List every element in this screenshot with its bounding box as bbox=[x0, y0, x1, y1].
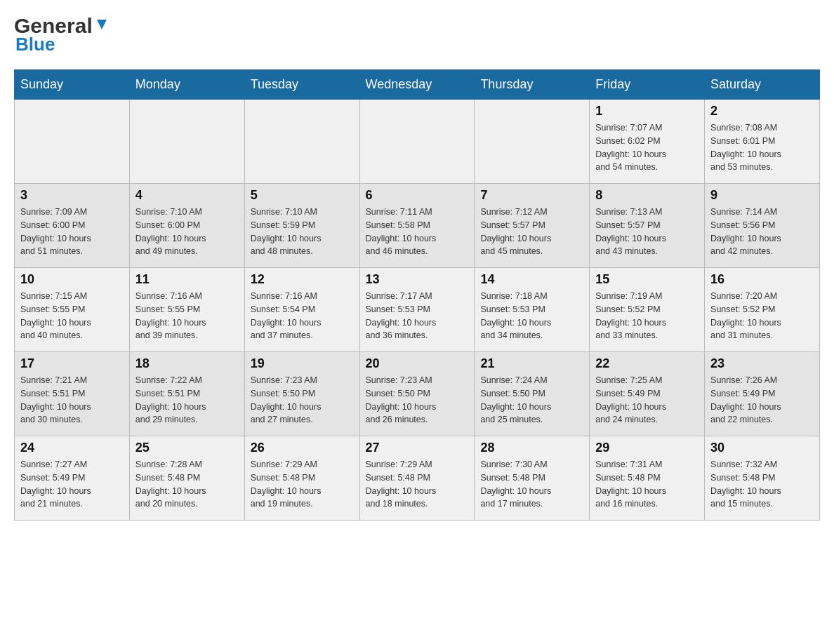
calendar-cell bbox=[15, 100, 130, 184]
logo-arrow-icon bbox=[94, 17, 110, 32]
header-day-wednesday: Wednesday bbox=[359, 70, 475, 100]
day-number: 3 bbox=[20, 188, 124, 203]
page-header: General Blue bbox=[14, 14, 820, 55]
calendar-cell: 13Sunrise: 7:17 AM Sunset: 5:53 PM Dayli… bbox=[359, 268, 475, 352]
day-info: Sunrise: 7:27 AM Sunset: 5:49 PM Dayligh… bbox=[20, 458, 124, 511]
day-info: Sunrise: 7:10 AM Sunset: 6:00 PM Dayligh… bbox=[135, 206, 239, 258]
day-info: Sunrise: 7:14 AM Sunset: 5:56 PM Dayligh… bbox=[710, 206, 814, 258]
calendar-cell: 25Sunrise: 7:28 AM Sunset: 5:48 PM Dayli… bbox=[129, 436, 244, 521]
day-info: Sunrise: 7:32 AM Sunset: 5:48 PM Dayligh… bbox=[710, 458, 814, 511]
calendar-cell: 6Sunrise: 7:11 AM Sunset: 5:58 PM Daylig… bbox=[359, 184, 475, 268]
day-info: Sunrise: 7:22 AM Sunset: 5:51 PM Dayligh… bbox=[135, 374, 239, 427]
calendar-cell: 16Sunrise: 7:20 AM Sunset: 5:52 PM Dayli… bbox=[705, 268, 820, 352]
day-info: Sunrise: 7:26 AM Sunset: 5:49 PM Dayligh… bbox=[710, 374, 814, 427]
calendar-cell: 23Sunrise: 7:26 AM Sunset: 5:49 PM Dayli… bbox=[705, 352, 820, 436]
day-number: 21 bbox=[480, 356, 583, 371]
calendar-week-row: 1Sunrise: 7:07 AM Sunset: 6:02 PM Daylig… bbox=[15, 100, 820, 184]
day-info: Sunrise: 7:29 AM Sunset: 5:48 PM Dayligh… bbox=[251, 458, 354, 511]
svg-marker-0 bbox=[97, 20, 107, 29]
calendar-cell bbox=[359, 100, 475, 184]
day-number: 27 bbox=[366, 441, 469, 455]
calendar-cell: 9Sunrise: 7:14 AM Sunset: 5:56 PM Daylig… bbox=[705, 184, 820, 268]
calendar-header-row: SundayMondayTuesdayWednesdayThursdayFrid… bbox=[15, 70, 820, 100]
day-info: Sunrise: 7:19 AM Sunset: 5:52 PM Dayligh… bbox=[595, 290, 699, 342]
calendar-cell: 30Sunrise: 7:32 AM Sunset: 5:48 PM Dayli… bbox=[705, 436, 820, 521]
day-number: 25 bbox=[135, 441, 239, 455]
calendar-cell: 3Sunrise: 7:09 AM Sunset: 6:00 PM Daylig… bbox=[15, 184, 130, 268]
calendar-week-row: 10Sunrise: 7:15 AM Sunset: 5:55 PM Dayli… bbox=[15, 268, 820, 352]
day-info: Sunrise: 7:16 AM Sunset: 5:55 PM Dayligh… bbox=[135, 290, 239, 342]
calendar-cell: 10Sunrise: 7:15 AM Sunset: 5:55 PM Dayli… bbox=[15, 268, 130, 352]
day-number: 14 bbox=[480, 272, 583, 287]
day-info: Sunrise: 7:25 AM Sunset: 5:49 PM Dayligh… bbox=[595, 374, 699, 427]
day-number: 18 bbox=[135, 356, 239, 371]
day-number: 13 bbox=[366, 272, 469, 287]
calendar-cell: 1Sunrise: 7:07 AM Sunset: 6:02 PM Daylig… bbox=[590, 100, 705, 184]
day-info: Sunrise: 7:12 AM Sunset: 5:57 PM Dayligh… bbox=[480, 206, 583, 258]
calendar-cell: 27Sunrise: 7:29 AM Sunset: 5:48 PM Dayli… bbox=[359, 436, 475, 521]
calendar-table: SundayMondayTuesdayWednesdayThursdayFrid… bbox=[14, 69, 820, 521]
day-number: 17 bbox=[20, 356, 124, 371]
day-info: Sunrise: 7:15 AM Sunset: 5:55 PM Dayligh… bbox=[20, 290, 124, 342]
day-info: Sunrise: 7:07 AM Sunset: 6:02 PM Dayligh… bbox=[595, 121, 699, 174]
day-info: Sunrise: 7:28 AM Sunset: 5:48 PM Dayligh… bbox=[135, 458, 239, 511]
day-info: Sunrise: 7:29 AM Sunset: 5:48 PM Dayligh… bbox=[366, 458, 469, 511]
day-info: Sunrise: 7:11 AM Sunset: 5:58 PM Dayligh… bbox=[366, 206, 469, 258]
header-day-friday: Friday bbox=[590, 70, 705, 100]
header-day-thursday: Thursday bbox=[475, 70, 590, 100]
day-number: 16 bbox=[710, 272, 814, 287]
day-number: 8 bbox=[595, 188, 699, 203]
day-info: Sunrise: 7:17 AM Sunset: 5:53 PM Dayligh… bbox=[366, 290, 469, 342]
calendar-week-row: 24Sunrise: 7:27 AM Sunset: 5:49 PM Dayli… bbox=[15, 436, 820, 521]
day-number: 1 bbox=[595, 104, 699, 119]
calendar-cell: 12Sunrise: 7:16 AM Sunset: 5:54 PM Dayli… bbox=[244, 268, 359, 352]
calendar-cell bbox=[475, 100, 590, 184]
day-number: 28 bbox=[480, 441, 583, 455]
day-info: Sunrise: 7:13 AM Sunset: 5:57 PM Dayligh… bbox=[595, 206, 699, 258]
day-info: Sunrise: 7:18 AM Sunset: 5:53 PM Dayligh… bbox=[480, 290, 583, 342]
calendar-cell: 22Sunrise: 7:25 AM Sunset: 5:49 PM Dayli… bbox=[590, 352, 705, 436]
day-number: 11 bbox=[135, 272, 239, 287]
header-day-sunday: Sunday bbox=[15, 70, 130, 100]
calendar-cell: 4Sunrise: 7:10 AM Sunset: 6:00 PM Daylig… bbox=[129, 184, 244, 268]
day-info: Sunrise: 7:10 AM Sunset: 5:59 PM Dayligh… bbox=[251, 206, 354, 258]
calendar-cell: 17Sunrise: 7:21 AM Sunset: 5:51 PM Dayli… bbox=[15, 352, 130, 436]
calendar-cell: 7Sunrise: 7:12 AM Sunset: 5:57 PM Daylig… bbox=[475, 184, 590, 268]
calendar-cell: 26Sunrise: 7:29 AM Sunset: 5:48 PM Dayli… bbox=[244, 436, 359, 521]
calendar-cell: 2Sunrise: 7:08 AM Sunset: 6:01 PM Daylig… bbox=[705, 100, 820, 184]
calendar-cell: 5Sunrise: 7:10 AM Sunset: 5:59 PM Daylig… bbox=[244, 184, 359, 268]
day-number: 2 bbox=[710, 104, 814, 119]
day-number: 9 bbox=[710, 188, 814, 203]
day-number: 4 bbox=[135, 188, 239, 203]
day-number: 30 bbox=[710, 441, 814, 455]
calendar-cell: 29Sunrise: 7:31 AM Sunset: 5:48 PM Dayli… bbox=[590, 436, 705, 521]
day-info: Sunrise: 7:09 AM Sunset: 6:00 PM Dayligh… bbox=[20, 206, 124, 258]
calendar-cell: 14Sunrise: 7:18 AM Sunset: 5:53 PM Dayli… bbox=[475, 268, 590, 352]
calendar-cell: 28Sunrise: 7:30 AM Sunset: 5:48 PM Dayli… bbox=[475, 436, 590, 521]
calendar-cell: 20Sunrise: 7:23 AM Sunset: 5:50 PM Dayli… bbox=[359, 352, 475, 436]
day-number: 26 bbox=[251, 441, 354, 455]
calendar-cell: 15Sunrise: 7:19 AM Sunset: 5:52 PM Dayli… bbox=[590, 268, 705, 352]
calendar-cell: 21Sunrise: 7:24 AM Sunset: 5:50 PM Dayli… bbox=[475, 352, 590, 436]
calendar-cell: 19Sunrise: 7:23 AM Sunset: 5:50 PM Dayli… bbox=[244, 352, 359, 436]
day-number: 20 bbox=[366, 356, 469, 371]
day-number: 7 bbox=[480, 188, 583, 203]
day-number: 23 bbox=[710, 356, 814, 371]
day-number: 6 bbox=[366, 188, 469, 203]
logo-blue: Blue bbox=[15, 34, 55, 55]
calendar-cell bbox=[244, 100, 359, 184]
day-number: 19 bbox=[251, 356, 354, 371]
day-number: 12 bbox=[251, 272, 354, 287]
calendar-cell: 18Sunrise: 7:22 AM Sunset: 5:51 PM Dayli… bbox=[129, 352, 244, 436]
day-info: Sunrise: 7:16 AM Sunset: 5:54 PM Dayligh… bbox=[251, 290, 354, 342]
day-number: 29 bbox=[595, 441, 699, 455]
calendar-cell: 8Sunrise: 7:13 AM Sunset: 5:57 PM Daylig… bbox=[590, 184, 705, 268]
day-number: 24 bbox=[20, 441, 124, 455]
day-info: Sunrise: 7:23 AM Sunset: 5:50 PM Dayligh… bbox=[251, 374, 354, 427]
day-info: Sunrise: 7:08 AM Sunset: 6:01 PM Dayligh… bbox=[710, 121, 814, 174]
day-info: Sunrise: 7:31 AM Sunset: 5:48 PM Dayligh… bbox=[595, 458, 699, 511]
calendar-week-row: 17Sunrise: 7:21 AM Sunset: 5:51 PM Dayli… bbox=[15, 352, 820, 436]
day-number: 5 bbox=[251, 188, 354, 203]
day-number: 15 bbox=[595, 272, 699, 287]
day-info: Sunrise: 7:21 AM Sunset: 5:51 PM Dayligh… bbox=[20, 374, 124, 427]
